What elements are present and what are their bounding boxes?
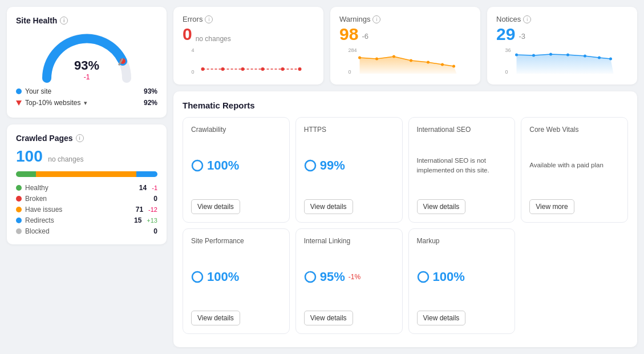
- notices-change: -3: [519, 32, 525, 41]
- site-health-info-icon[interactable]: i: [60, 17, 68, 25]
- markup-btn[interactable]: View details: [417, 311, 466, 325]
- int-seo-btn[interactable]: View details: [417, 199, 466, 214]
- top10-label: Top-10% websites: [25, 99, 80, 107]
- svg-point-13: [358, 57, 361, 59]
- redirects-value: 15: [130, 216, 141, 224]
- thematic-card: Thematic Reports Crawlability 100% View …: [173, 91, 637, 347]
- svg-point-26: [584, 55, 586, 58]
- dashboard: Site Health i 93% -1: [7, 7, 637, 347]
- top10-value: 92%: [144, 99, 157, 107]
- left-column: Site Health i 93% -1: [7, 7, 167, 347]
- warnings-label: Warnings: [339, 15, 370, 23]
- markup-name: Markup: [417, 237, 507, 245]
- healthy-label: Healthy: [25, 184, 132, 192]
- notices-chart: 36 0: [496, 46, 628, 75]
- svg-text:284: 284: [349, 47, 357, 53]
- stat-broken: Broken 0: [16, 195, 157, 203]
- errors-info-icon[interactable]: i: [205, 15, 213, 23]
- svg-point-18: [441, 63, 444, 66]
- perf-name: Site Performance: [191, 237, 281, 245]
- errors-card: Errors i 0 no changes 4 0: [173, 7, 323, 85]
- svg-point-7: [241, 67, 245, 71]
- healthy-value: 14: [135, 184, 147, 192]
- crawlability-btn[interactable]: View details: [191, 199, 240, 214]
- warnings-value: 98: [339, 26, 358, 43]
- errors-label: Errors: [183, 15, 202, 23]
- pages-progress-bar: [16, 171, 157, 177]
- warnings-chart: 284 0: [339, 46, 471, 75]
- crawlability-val: 100%: [191, 158, 281, 173]
- broken-value: 0: [146, 195, 157, 203]
- notices-title: Notices i: [496, 15, 628, 23]
- svg-point-9: [281, 67, 285, 71]
- reports-grid: Crawlability 100% View details HTTPS: [183, 117, 628, 334]
- page-stats: Healthy 14 -1 Broken 0 Have issues 71 -1…: [16, 184, 157, 235]
- site-health-card: Site Health i 93% -1: [7, 7, 167, 118]
- https-percent: 99%: [320, 158, 345, 173]
- svg-point-17: [427, 61, 430, 64]
- svg-point-23: [532, 54, 535, 57]
- healthy-change: -1: [152, 184, 157, 191]
- svg-point-8: [261, 67, 265, 71]
- svg-point-34: [192, 272, 202, 282]
- top10-dropdown[interactable]: ▾: [84, 99, 87, 107]
- top10-icon: [16, 100, 22, 106]
- broken-dot: [16, 196, 22, 202]
- crawlability-circle-icon: [191, 159, 204, 172]
- redirects-label: Redirects: [25, 216, 127, 224]
- notices-info-icon[interactable]: i: [523, 15, 531, 23]
- svg-point-14: [375, 58, 378, 61]
- warnings-title: Warnings i: [339, 15, 471, 23]
- perf-btn[interactable]: View details: [191, 311, 240, 325]
- https-val: 99%: [304, 158, 394, 173]
- crawled-pages-sub: no changes: [48, 155, 83, 163]
- your-site-label: Your site: [25, 87, 51, 95]
- svg-point-16: [410, 59, 412, 62]
- pb-healthy: [16, 171, 36, 177]
- crawled-pages-info-icon[interactable]: i: [76, 134, 84, 142]
- gauge-container: 93% -1: [16, 30, 157, 81]
- your-site-value: 93%: [144, 87, 157, 95]
- redirects-dot: [16, 218, 22, 223]
- warnings-info-icon[interactable]: i: [372, 15, 380, 23]
- https-btn[interactable]: View details: [304, 199, 353, 214]
- pb-redirects: [136, 171, 157, 177]
- report-markup: Markup 100% View details: [408, 228, 516, 334]
- report-https: HTTPS 99% View details: [295, 117, 403, 223]
- issues-change: -12: [148, 206, 157, 213]
- site-health-title: Site Health i: [16, 16, 157, 25]
- crawlability-name: Crawlability: [191, 126, 281, 134]
- gauge-change: -1: [74, 73, 99, 81]
- notices-value: 29: [496, 26, 515, 43]
- svg-text:4: 4: [192, 47, 195, 53]
- int-seo-name: International SEO: [417, 126, 507, 134]
- report-international-seo: International SEO International SEO is n…: [408, 117, 516, 223]
- warnings-card: Warnings i 98 -6 284 0: [330, 7, 480, 85]
- markup-circle-icon: [417, 271, 430, 283]
- cwv-btn[interactable]: View more: [529, 199, 574, 214]
- int-link-val: 95% -1%: [304, 269, 394, 284]
- https-circle-icon: [304, 159, 317, 172]
- markup-percent: 100%: [433, 269, 465, 284]
- issues-dot: [16, 207, 22, 212]
- errors-chart: 4 0: [183, 46, 314, 75]
- int-seo-desc: International SEO is not implemented on …: [417, 156, 507, 174]
- blocked-label: Blocked: [25, 227, 143, 235]
- svg-point-24: [549, 53, 552, 56]
- redirects-change: +13: [147, 217, 157, 224]
- blocked-dot: [16, 228, 22, 234]
- stat-healthy: Healthy 14 -1: [16, 184, 157, 192]
- int-link-name: Internal Linking: [304, 237, 394, 245]
- legend-top10: Top-10% websites ▾ 92%: [16, 97, 157, 108]
- thematic-title: Thematic Reports: [183, 100, 628, 110]
- svg-point-15: [392, 55, 395, 58]
- int-link-circle-icon: [304, 271, 317, 283]
- your-site-dot: [16, 88, 22, 94]
- int-link-btn[interactable]: View details: [304, 311, 353, 325]
- int-link-change: -1%: [349, 273, 361, 281]
- svg-point-27: [598, 57, 601, 59]
- crawled-pages-card: Crawled Pages i 100 no changes Healthy 1…: [7, 124, 167, 244]
- svg-point-25: [566, 54, 569, 57]
- issues-value: 71: [132, 206, 143, 214]
- report-core-web-vitals: Core Web Vitals Available with a paid pl…: [521, 117, 628, 223]
